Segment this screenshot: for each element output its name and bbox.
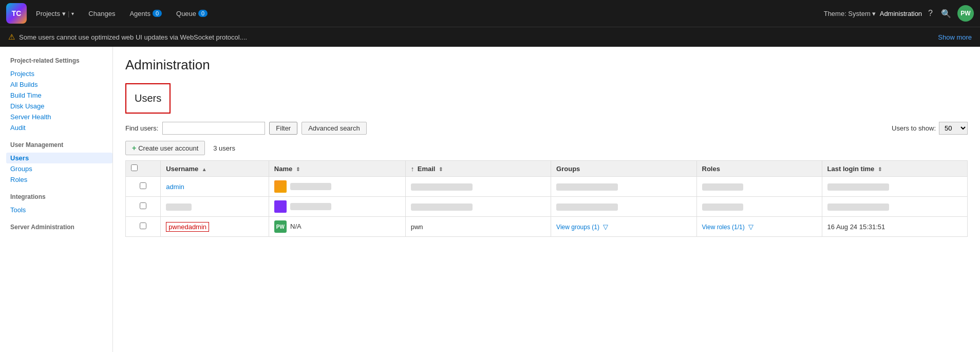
users-table-wrapper: Username ▲ Name ⇕ ↑ Email ⇕ bbox=[125, 160, 968, 237]
find-users-label: Find users: bbox=[125, 124, 158, 132]
show-more-link[interactable]: Show more bbox=[938, 33, 972, 41]
sort-icon-email: ⇕ bbox=[439, 166, 443, 172]
th-lastlogin[interactable]: Last login time ⇕ bbox=[822, 161, 967, 177]
warning-icon: ⚠ bbox=[8, 32, 15, 42]
sidebar-item-serverhealth[interactable]: Server Health bbox=[10, 112, 112, 122]
search-icon[interactable]: 🔍 bbox=[939, 7, 953, 21]
row-checkbox[interactable] bbox=[140, 202, 146, 209]
theme-selector[interactable]: Theme: System ▾ bbox=[824, 10, 876, 17]
table-row: pwnedadmin PW N/A pwn View groups (1) ▽ bbox=[126, 217, 968, 237]
chevron-down-icon: ▾ bbox=[62, 10, 66, 17]
roles-cell bbox=[696, 177, 822, 197]
sidebar-item-audit[interactable]: Audit bbox=[10, 122, 112, 133]
sidebar-item-projects[interactable]: Projects bbox=[10, 68, 112, 79]
main-content: Administration Users Find users: Filter … bbox=[113, 47, 980, 352]
name-cell bbox=[269, 177, 405, 197]
lastlogin-blurred bbox=[827, 203, 889, 211]
avatar[interactable]: PW bbox=[957, 5, 974, 22]
th-name[interactable]: Name ⇕ bbox=[269, 161, 405, 177]
username-cell: admin bbox=[161, 177, 269, 197]
name-cell: PW N/A bbox=[269, 217, 405, 237]
warning-message: Some users cannot use optimized web UI u… bbox=[19, 33, 247, 41]
row-checkbox-cell bbox=[126, 217, 161, 237]
view-groups-link[interactable]: View groups (1) bbox=[556, 224, 599, 231]
groups-cell bbox=[551, 177, 696, 197]
table-row bbox=[126, 197, 968, 217]
lastlogin-value: 16 Aug 24 15:31:51 bbox=[827, 223, 885, 231]
th-email[interactable]: ↑ Email ⇕ bbox=[405, 161, 551, 177]
sidebar-section-usermgmt: User Management bbox=[10, 141, 112, 149]
user-email-value: pwn bbox=[411, 223, 423, 231]
lastlogin-blurred bbox=[827, 183, 889, 191]
email-blurred bbox=[411, 183, 473, 191]
user-avatar bbox=[274, 180, 287, 193]
queue-badge: 0 bbox=[198, 10, 208, 17]
sidebar-item-allbuilds[interactable]: All Builds bbox=[10, 79, 112, 90]
sidebar-section-integrations: Integrations bbox=[10, 193, 112, 200]
username-cell bbox=[161, 197, 269, 217]
nav-changes[interactable]: Changes bbox=[83, 7, 120, 21]
sort-icon-lastlogin: ⇕ bbox=[878, 166, 882, 172]
row-checkbox[interactable] bbox=[140, 223, 146, 229]
username-link[interactable]: admin bbox=[166, 183, 184, 191]
users-count: 3 users bbox=[213, 144, 235, 152]
filter-row: Find users: Filter Advanced search Users… bbox=[125, 122, 968, 135]
user-avatar bbox=[274, 200, 287, 213]
sidebar-item-users[interactable]: Users bbox=[6, 153, 112, 163]
name-cell bbox=[269, 197, 405, 217]
filter-button[interactable]: Filter bbox=[269, 122, 297, 135]
groups-dropdown-icon: ▽ bbox=[603, 223, 608, 231]
email-cell: pwn bbox=[405, 217, 551, 237]
sidebar-item-buildtime[interactable]: Build Time bbox=[10, 90, 112, 101]
email-blurred bbox=[411, 203, 473, 211]
row-checkbox-cell bbox=[126, 177, 161, 197]
pwnedadmin-link[interactable]: pwnedadmin bbox=[166, 222, 209, 232]
roles-blurred bbox=[702, 183, 743, 191]
groups-cell: View groups (1) ▽ bbox=[551, 217, 696, 237]
tc-logo[interactable]: TC bbox=[6, 3, 27, 24]
find-users-input[interactable] bbox=[162, 122, 265, 135]
roles-cell: View roles (1/1) ▽ bbox=[696, 217, 822, 237]
help-icon[interactable]: ? bbox=[926, 7, 935, 20]
sidebar: Project-related Settings Projects All Bu… bbox=[0, 47, 113, 352]
name-blurred bbox=[290, 183, 331, 190]
groups-blurred bbox=[556, 203, 618, 211]
email-cell bbox=[405, 197, 551, 217]
advanced-search-button[interactable]: Advanced search bbox=[301, 122, 366, 135]
view-roles-link[interactable]: View roles (1/1) bbox=[702, 224, 745, 231]
sidebar-item-diskusage[interactable]: Disk Usage bbox=[10, 101, 112, 112]
select-all-checkbox[interactable] bbox=[131, 164, 138, 171]
action-row: + Create user account 3 users bbox=[125, 141, 968, 155]
nav-queue[interactable]: Queue 0 bbox=[171, 7, 213, 21]
roles-blurred bbox=[702, 203, 743, 211]
users-to-show-select[interactable]: 10 25 50 100 500 bbox=[939, 122, 968, 135]
lastlogin-cell: 16 Aug 24 15:31:51 bbox=[822, 217, 967, 237]
sidebar-section-project: Project-related Settings bbox=[10, 57, 112, 64]
groups-cell bbox=[551, 197, 696, 217]
chevron-down-icon2: ▾ bbox=[71, 11, 74, 16]
sort-icon-username: ▲ bbox=[202, 166, 207, 172]
create-user-button[interactable]: + Create user account bbox=[125, 141, 205, 155]
users-heading: Users bbox=[135, 92, 161, 104]
th-roles: Roles bbox=[696, 161, 822, 177]
users-table: Username ▲ Name ⇕ ↑ Email ⇕ bbox=[125, 160, 968, 237]
username-blurred bbox=[166, 203, 192, 211]
nav-projects[interactable]: Projects ▾ | ▾ bbox=[31, 7, 79, 21]
users-panel: Users bbox=[125, 83, 171, 114]
user-name-value: N/A bbox=[290, 223, 301, 230]
row-checkbox[interactable] bbox=[140, 182, 146, 189]
sidebar-item-roles[interactable]: Roles bbox=[10, 174, 112, 185]
lastlogin-cell bbox=[822, 177, 967, 197]
roles-cell bbox=[696, 197, 822, 217]
top-navigation: TC Projects ▾ | ▾ Changes Agents 0 Queue… bbox=[0, 0, 980, 27]
warning-banner: ⚠ Some users cannot use optimized web UI… bbox=[0, 27, 980, 47]
nav-agents[interactable]: Agents 0 bbox=[124, 7, 167, 21]
row-checkbox-cell bbox=[126, 197, 161, 217]
th-username[interactable]: Username ▲ bbox=[161, 161, 269, 177]
administration-link[interactable]: Administration bbox=[880, 10, 922, 17]
name-blurred bbox=[290, 203, 331, 210]
sidebar-item-tools[interactable]: Tools bbox=[10, 205, 112, 215]
sort-icon-name: ⇕ bbox=[296, 166, 300, 172]
th-groups: Groups bbox=[551, 161, 696, 177]
sidebar-item-groups[interactable]: Groups bbox=[10, 163, 112, 174]
